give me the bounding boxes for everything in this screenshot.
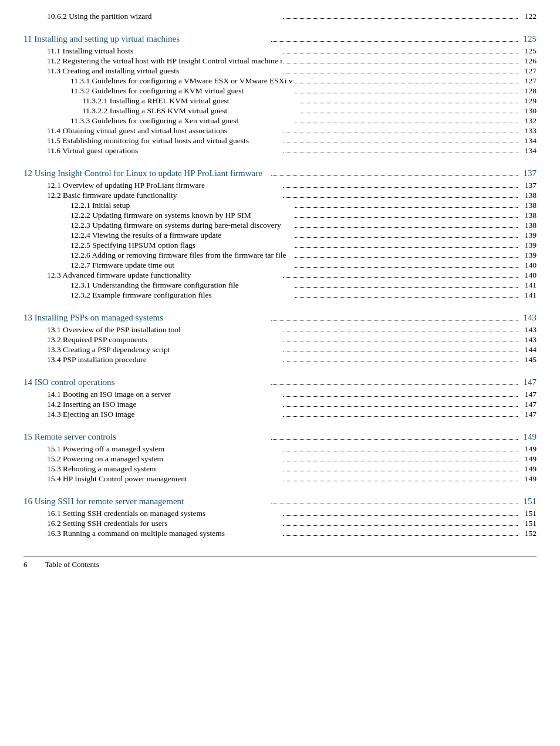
chapter-title-text: 14 ISO control operations <box>23 377 270 387</box>
entry-title-text: 13.1 Overview of the PSP installation to… <box>47 325 282 335</box>
entry-title-text: 12.2.2 Updating firmware on systems know… <box>70 211 294 220</box>
entry-page-number: 133 <box>519 126 537 136</box>
entry-page-number: 143 <box>519 325 537 335</box>
entry-page-number: 141 <box>519 281 537 290</box>
toc-entry: 11.3.2 Guidelines for configuring a KVM … <box>23 86 537 96</box>
toc-entry: 12.2.1 Initial setup 138 <box>23 201 537 210</box>
chapter-page-number: 149 <box>519 432 537 442</box>
entry-page-number: 127 <box>519 76 537 86</box>
toc-entry: 14.1 Booting an ISO image on a server 14… <box>23 390 537 399</box>
entry-page-number: 144 <box>519 345 537 355</box>
entry-page-number: 127 <box>519 66 537 76</box>
entry-title-text: 16.1 Setting SSH credentials on managed … <box>47 509 282 518</box>
entry-title-text: 11.3.1 Guidelines for configuring a VMwa… <box>70 76 294 86</box>
toc-entry: 11.5 Establishing monitoring for virtual… <box>23 136 537 146</box>
entry-title-text: 11.5 Establishing monitoring for virtual… <box>47 136 282 146</box>
entry-page-number: 139 <box>519 241 537 250</box>
entry-page-number: 147 <box>519 390 537 399</box>
entry-page-number: 138 <box>519 211 537 220</box>
entry-title-text: 12.2.3 Updating firmware on systems duri… <box>70 221 294 230</box>
chapter-page-number: 125 <box>519 34 537 44</box>
entry-page-number: 137 <box>519 181 537 190</box>
entry-title-text: 14.3 Ejecting an ISO image <box>47 410 282 419</box>
toc-entry: 12.2.5 Specifying HPSUM option flags 139 <box>23 241 537 250</box>
chapter-title-text: 15 Remote server controls <box>23 432 270 442</box>
entry-page-number: 139 <box>519 251 537 260</box>
entry-title-text: 12.2.1 Initial setup <box>70 201 294 210</box>
toc-entry: 12.2.2 Updating firmware on systems know… <box>23 211 537 220</box>
chapter-title-text: 11 Installing and setting up virtual mac… <box>23 34 270 44</box>
entry-page-number: 122 <box>519 12 537 21</box>
entry-title-text: 11.6 Virtual guest operations <box>47 146 282 156</box>
toc-entry: 11.6 Virtual guest operations 134 <box>23 146 537 156</box>
entry-title-text: 11.3.2 Guidelines for configuring a KVM … <box>70 86 294 96</box>
entry-page-number: 134 <box>519 136 537 146</box>
entry-title-text: 11.3.2.1 Installing a RHEL KVM virtual g… <box>82 96 299 106</box>
toc-entry: 11.1 Installing virtual hosts 125 <box>23 46 537 56</box>
entry-page-number: 138 <box>519 201 537 210</box>
toc-entry: 12 Using Insight Control for Linux to up… <box>23 168 537 178</box>
entry-page-number: 128 <box>519 86 537 96</box>
entry-page-number: 143 <box>519 335 537 345</box>
entry-page-number: 149 <box>519 474 537 484</box>
toc-entry: 12.2.4 Viewing the results of a firmware… <box>23 231 537 240</box>
toc-entry: 15 Remote server controls 149 <box>23 432 537 442</box>
entry-page-number: 151 <box>519 509 537 518</box>
entry-title-text: 12.3.2 Example firmware configuration fi… <box>70 291 294 300</box>
toc-entry: 15.1 Powering off a managed system 149 <box>23 444 537 454</box>
toc-entry: 12.1 Overview of updating HP ProLiant fi… <box>23 181 537 190</box>
toc-entry: 12.2.7 Firmware update time out 140 <box>23 261 537 270</box>
entry-page-number: 138 <box>519 191 537 200</box>
toc-entry: 13.2 Required PSP components 143 <box>23 335 537 345</box>
entry-title-text: 11.2 Registering the virtual host with H… <box>47 56 282 66</box>
toc-entry: 13.3 Creating a PSP dependency script 14… <box>23 345 537 355</box>
entry-title-text: 11.4 Obtaining virtual guest and virtual… <box>47 126 282 136</box>
entry-title-text: 12.1 Overview of updating HP ProLiant fi… <box>47 181 282 190</box>
entry-title-text: 15.2 Powering on a managed system <box>47 454 282 464</box>
toc-entry: 10.6.2 Using the partition wizard 122 <box>23 12 537 21</box>
entry-page-number: 149 <box>519 464 537 474</box>
toc-entry: 11 Installing and setting up virtual mac… <box>23 34 537 44</box>
toc-entry: 11.4 Obtaining virtual guest and virtual… <box>23 126 537 136</box>
toc-entry: 11.3.2.2 Installing a SLES KVM virtual g… <box>23 106 537 116</box>
toc-entry: 11.3 Creating and installing virtual gue… <box>23 66 537 76</box>
toc-entry: 16 Using SSH for remote server managemen… <box>23 497 537 507</box>
toc-entry: 15.4 HP Insight Control power management… <box>23 474 537 484</box>
chapter-page-number: 143 <box>519 313 537 323</box>
entry-page-number: 140 <box>519 271 537 280</box>
entry-page-number: 138 <box>519 221 537 230</box>
entry-page-number: 149 <box>519 454 537 464</box>
toc-entry: 11.3.1 Guidelines for configuring a VMwa… <box>23 76 537 86</box>
entry-title-text: 11.3.2.2 Installing a SLES KVM virtual g… <box>82 106 299 116</box>
entry-title-text: 13.3 Creating a PSP dependency script <box>47 345 282 355</box>
entry-page-number: 129 <box>519 96 537 106</box>
chapter-page-number: 147 <box>519 377 537 387</box>
entry-title-text: 15.4 HP Insight Control power management <box>47 474 282 484</box>
entry-title-text: 15.3 Rebooting a managed system <box>47 464 282 474</box>
toc-entry: 13.1 Overview of the PSP installation to… <box>23 325 537 335</box>
entry-title-text: 15.1 Powering off a managed system <box>47 444 282 454</box>
entry-page-number: 152 <box>519 529 537 538</box>
toc-entry: 14.2 Inserting an ISO image 147 <box>23 400 537 409</box>
entry-page-number: 151 <box>519 519 537 528</box>
chapter-title-text: 16 Using SSH for remote server managemen… <box>23 497 270 507</box>
chapter-page-number: 137 <box>519 168 537 178</box>
entry-title-text: 13.2 Required PSP components <box>47 335 282 345</box>
entry-title-text: 12.2 Basic firmware update functionality <box>47 191 282 200</box>
entry-page-number: 149 <box>519 444 537 454</box>
toc-entry: 16.3 Running a command on multiple manag… <box>23 529 537 538</box>
entry-title-text: 10.6.2 Using the partition wizard <box>47 12 282 21</box>
chapter-page-number: 151 <box>519 497 537 507</box>
toc-entry: 12.3 Advanced firmware update functional… <box>23 271 537 280</box>
toc-entry: 16.1 Setting SSH credentials on managed … <box>23 509 537 518</box>
entry-page-number: 147 <box>519 410 537 419</box>
entry-page-number: 125 <box>519 46 537 56</box>
entry-title-text: 12.2.6 Adding or removing firmware files… <box>70 251 294 260</box>
toc-entry: 11.2 Registering the virtual host with H… <box>23 56 537 66</box>
footer-page-number: 6 <box>23 560 28 569</box>
entry-title-text: 14.2 Inserting an ISO image <box>47 400 282 409</box>
entry-title-text: 12.2.7 Firmware update time out <box>70 261 294 270</box>
toc-entry: 14.3 Ejecting an ISO image 147 <box>23 410 537 419</box>
chapter-title-text: 13 Installing PSPs on managed systems <box>23 313 270 323</box>
entry-title-text: 16.3 Running a command on multiple manag… <box>47 529 282 538</box>
